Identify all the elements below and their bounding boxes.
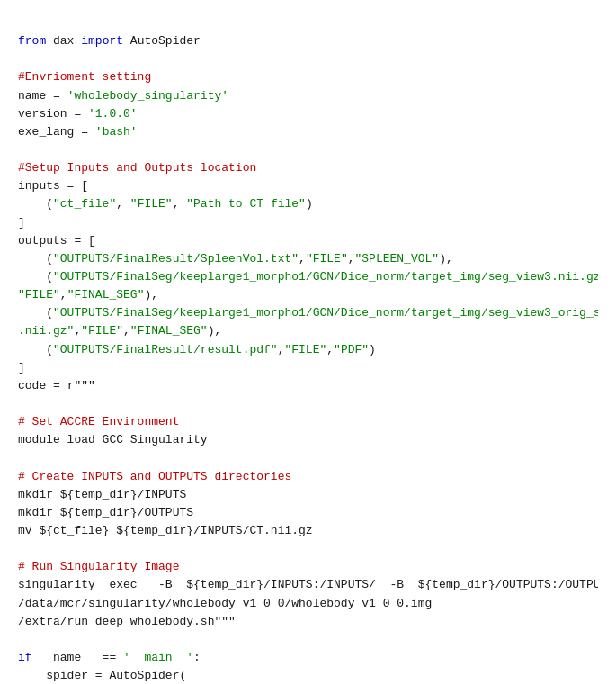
code-token: "FILE" <box>130 197 173 211</box>
code-token: ) <box>306 197 313 211</box>
code-token: ), <box>439 252 453 266</box>
code-token: '1.0.0' <box>88 107 138 121</box>
code-token: .nii.gz" <box>18 324 74 338</box>
code-token: , <box>299 252 306 266</box>
code-token: "FILE" <box>284 343 326 356</box>
code-line: ("OUTPUTS/FinalResult/result.pdf","FILE"… <box>18 341 598 359</box>
code-token: mkdir ${temp_dir}/OUTPUTS <box>18 506 193 519</box>
code-token: module load GCC Singularity <box>18 433 208 446</box>
code-token: , <box>326 343 334 356</box>
code-token: "FILE" <box>18 288 60 302</box>
code-token: "PDF" <box>334 343 369 356</box>
code-token: mkdir ${temp_dir}/INPUTS <box>18 488 186 501</box>
code-line: name = 'wholebody_singularity' <box>18 87 598 105</box>
code-token: , <box>123 324 130 338</box>
code-token: "SPLEEN_VOL" <box>355 252 440 266</box>
code-token: #Envrioment setting <box>18 70 151 84</box>
code-line: # Set ACCRE Environment <box>18 413 598 431</box>
code-line: ] <box>18 214 598 232</box>
code-token: ( <box>18 343 53 356</box>
code-line: mkdir ${temp_dir}/OUTPUTS <box>18 504 598 522</box>
code-line: ("ct_file", "FILE", "Path to CT file") <box>18 195 598 213</box>
code-token: mv ${ct_file} ${temp_dir}/INPUTS/CT.nii.… <box>18 524 313 537</box>
code-line: version = '1.0.0' <box>18 105 598 123</box>
code-line: /data/mcr/singularity/wholebody_v1_0_0/w… <box>18 595 598 613</box>
code-token: import <box>81 34 123 48</box>
code-token: spider = AutoSpider( <box>18 669 186 682</box>
code-token: "OUTPUTS/FinalSeg/keeplarge1_morpho1/GCN… <box>53 306 598 320</box>
code-editor: from dax import AutoSpider #Envrioment s… <box>18 14 598 684</box>
code-token: , <box>116 197 130 211</box>
code-token: 'bash' <box>95 125 138 139</box>
code-line: /extra/run_deep_wholebody.sh""" <box>18 613 598 631</box>
code-token: # Set ACCRE Environment <box>18 415 179 428</box>
code-token: __name__ == <box>32 651 123 664</box>
code-token: ( <box>18 270 53 284</box>
code-line: module load GCC Singularity <box>18 431 598 449</box>
code-line: "FILE","FINAL_SEG"), <box>18 286 598 304</box>
code-token: version <box>18 107 67 121</box>
code-token: ) <box>369 343 376 356</box>
code-token: = <box>74 125 94 139</box>
code-token: "FINAL_SEG" <box>130 324 208 338</box>
code-token: ), <box>144 288 158 302</box>
code-token: , <box>60 288 67 302</box>
code-token: , <box>348 252 355 266</box>
code-line: # Create INPUTS and OUTPUTS directories <box>18 468 598 486</box>
code-token: "FILE" <box>81 324 123 338</box>
code-token: ( <box>18 197 53 211</box>
code-token: singularity exec -B ${temp_dir}/INPUTS:/… <box>18 578 598 591</box>
code-line: .nii.gz","FILE","FINAL_SEG"), <box>18 322 598 340</box>
code-line: #Envrioment setting <box>18 68 598 86</box>
code-token: /data/mcr/singularity/wholebody_v1_0_0/w… <box>18 597 432 610</box>
code-line: #Setup Inputs and Outputs location <box>18 159 598 177</box>
code-line: singularity exec -B ${temp_dir}/INPUTS:/… <box>18 576 598 594</box>
code-token: dax <box>46 34 81 48</box>
code-token: = <box>46 379 67 392</box>
code-token: r""" <box>67 379 95 392</box>
code-token: inputs <box>18 179 60 193</box>
code-token: ] <box>18 216 25 230</box>
code-line <box>18 540 598 558</box>
code-line: exe_lang = 'bash' <box>18 123 598 141</box>
code-line <box>18 50 598 68</box>
code-line: ] <box>18 359 598 377</box>
code-token: /extra/run_deep_wholebody.sh""" <box>18 615 236 628</box>
code-token: from <box>18 34 46 48</box>
code-line <box>18 141 598 159</box>
code-line <box>18 631 598 649</box>
code-token: code <box>18 379 46 392</box>
code-token: "OUTPUTS/FinalSeg/keeplarge1_morpho1/GCN… <box>53 270 598 284</box>
code-token: exe_lang <box>18 125 74 139</box>
code-line: mv ${ct_file} ${temp_dir}/INPUTS/CT.nii.… <box>18 522 598 540</box>
code-token: ( <box>18 306 53 320</box>
code-token: : <box>193 651 201 664</box>
code-token: = <box>46 89 67 103</box>
code-line: ("OUTPUTS/FinalSeg/keeplarge1_morpho1/GC… <box>18 304 598 322</box>
code-token: = [ <box>67 234 95 248</box>
code-line: code = r""" <box>18 377 598 395</box>
code-token: "OUTPUTS/FinalResult/result.pdf" <box>53 343 278 356</box>
code-token: # Create INPUTS and OUTPUTS directories <box>18 470 291 483</box>
code-token: ), <box>208 324 222 338</box>
code-token: 'wholebody_singularity' <box>67 89 228 103</box>
code-token: #Setup Inputs and Outputs location <box>18 161 256 175</box>
code-token: "FINAL_SEG" <box>67 288 145 302</box>
code-token: "OUTPUTS/FinalResult/SpleenVol.txt" <box>53 252 299 266</box>
code-line: mkdir ${temp_dir}/INPUTS <box>18 486 598 504</box>
code-token: '__main__' <box>123 651 193 664</box>
code-token: # Run Singularity Image <box>18 560 179 573</box>
code-token: "ct_file" <box>53 197 116 211</box>
code-line: outputs = [ <box>18 232 598 250</box>
code-line <box>18 395 598 413</box>
code-line: if __name__ == '__main__': <box>18 649 598 667</box>
code-line: spider = AutoSpider( <box>18 667 598 684</box>
code-token: = [ <box>60 179 88 193</box>
code-token: if <box>18 651 32 664</box>
code-token: AutoSpider <box>123 34 201 48</box>
code-token: ] <box>18 361 25 374</box>
code-line: from dax import AutoSpider <box>18 32 598 50</box>
code-line: # Run Singularity Image <box>18 558 598 576</box>
code-line: ("OUTPUTS/FinalSeg/keeplarge1_morpho1/GC… <box>18 268 598 286</box>
code-token: , <box>173 197 187 211</box>
